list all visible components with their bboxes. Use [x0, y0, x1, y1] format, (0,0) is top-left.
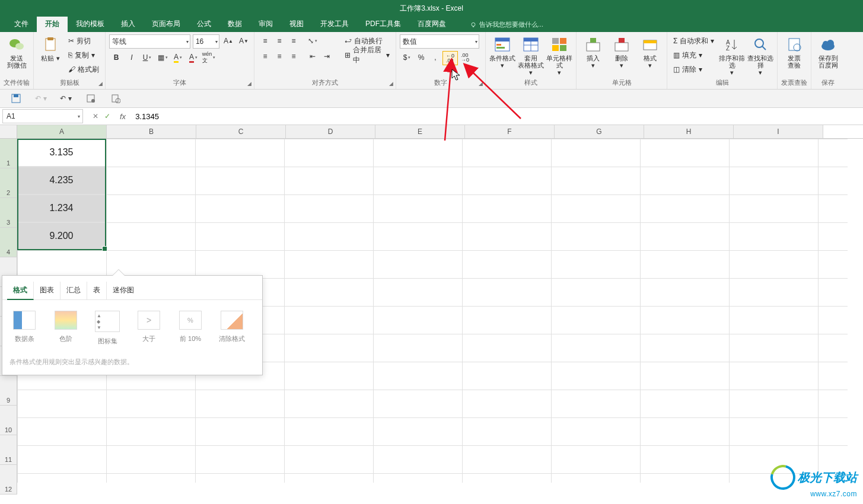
comma-button[interactable]: , — [428, 51, 442, 64]
col-header-E[interactable]: E — [375, 125, 465, 138]
cell-A3[interactable]: 1.234 — [17, 194, 106, 222]
font-family-combo[interactable]: 等线▾ — [109, 34, 190, 49]
tab-insert[interactable]: 插入 — [113, 16, 144, 32]
increase-decimal-button[interactable]: ←0.00 — [442, 51, 458, 65]
tab-view[interactable]: 视图 — [281, 16, 312, 32]
tab-baidu[interactable]: 百度网盘 — [409, 16, 454, 32]
col-header-F[interactable]: F — [465, 125, 555, 138]
cut-button[interactable]: ✂剪切 — [66, 34, 101, 47]
print-preview-button[interactable] — [108, 92, 123, 105]
format-cells-button[interactable]: 格式▾ — [637, 34, 663, 78]
qa-top10[interactable]: %前 10% — [174, 311, 206, 346]
select-all-corner[interactable] — [0, 125, 17, 138]
col-header-G[interactable]: G — [555, 125, 644, 138]
cancel-formula-button[interactable]: ✕ — [93, 112, 98, 120]
qa-clear[interactable]: 清除格式 — [216, 311, 248, 346]
tab-data[interactable]: 数据 — [219, 16, 250, 32]
name-box[interactable]: A1▾ — [2, 109, 83, 123]
font-size-combo[interactable]: 16▾ — [193, 34, 219, 49]
merge-center-button[interactable]: ⊞合并后居中 ▾ — [342, 49, 392, 62]
row-header-9[interactable]: 9 — [0, 376, 17, 406]
row-header-2[interactable]: 2 — [0, 168, 17, 198]
col-header-H[interactable]: H — [644, 125, 734, 138]
cell-A2[interactable]: 4.235 — [17, 167, 106, 194]
tab-home[interactable]: 开始 — [37, 16, 68, 32]
qa-greater-than[interactable]: >大于 — [133, 311, 165, 346]
paste-button[interactable]: 粘贴 ▾ — [37, 34, 63, 78]
back-button[interactable]: ↶ ▾ — [33, 92, 49, 105]
col-header-A[interactable]: A — [17, 125, 107, 138]
italic-button[interactable]: I — [125, 51, 139, 64]
col-header-D[interactable]: D — [286, 125, 375, 138]
save-baidu-button[interactable]: 保存到 百度网 — [815, 34, 841, 78]
row-header-4[interactable]: 4 — [0, 228, 17, 257]
tab-dev[interactable]: 开发工具 — [312, 16, 357, 32]
fx-icon[interactable]: fx — [120, 112, 126, 121]
align-middle-button[interactable]: ≡ — [272, 34, 286, 47]
align-bottom-button[interactable]: ≡ — [286, 34, 301, 47]
align-launcher[interactable]: ◢ — [387, 81, 394, 88]
number-format-combo[interactable]: 数值▾ — [400, 34, 479, 49]
formula-input[interactable] — [132, 110, 863, 123]
clipboard-launcher[interactable]: ◢ — [97, 81, 104, 88]
tab-templates[interactable]: 我的模板 — [68, 16, 113, 32]
row-header-3[interactable]: 3 — [0, 198, 17, 228]
format-painter-button[interactable]: 🖌格式刷 — [66, 63, 101, 76]
conditional-format-button[interactable]: 条件格式▾ — [489, 34, 515, 78]
qa-tab-table[interactable]: 表 — [87, 282, 107, 299]
qa-databar[interactable]: 数据条 — [8, 311, 40, 346]
increase-font-button[interactable]: A▲ — [222, 34, 235, 47]
col-header-C[interactable]: C — [196, 125, 286, 138]
orientation-button[interactable]: ⤡ — [305, 34, 320, 47]
row-header-1[interactable]: 1 — [0, 139, 17, 168]
col-header-I[interactable]: I — [734, 125, 823, 138]
find-select-button[interactable]: 查找和选择▾ — [747, 34, 773, 78]
indent-increase-button[interactable]: ⇥ — [320, 50, 334, 63]
row-header-10[interactable]: 10 — [0, 406, 17, 435]
qa-colorscale[interactable]: 色阶 — [50, 311, 82, 346]
percent-button[interactable]: % — [414, 51, 428, 64]
tab-pdf[interactable]: PDF工具集 — [357, 16, 409, 32]
clear-button[interactable]: ◫清除 ▾ — [671, 63, 716, 76]
table-format-button[interactable]: 套用 表格格式 ▾ — [518, 34, 544, 78]
invoice-check-button[interactable]: 发票 查验 — [781, 34, 807, 78]
row-header-12[interactable]: 12 — [0, 465, 17, 495]
font-launcher[interactable]: ◢ — [246, 81, 253, 88]
currency-button[interactable]: $ — [400, 51, 414, 64]
tab-layout[interactable]: 页面布局 — [144, 16, 189, 32]
cell-styles-button[interactable]: 单元格样式▾ — [546, 34, 572, 78]
border-button[interactable]: ▦ — [155, 51, 170, 64]
qa-tab-format[interactable]: 格式 — [7, 282, 34, 300]
phonetic-button[interactable]: wén文 — [202, 51, 216, 64]
underline-button[interactable]: U — [140, 51, 154, 64]
cell-area[interactable]: /* cells drawn below via absolutely-posi… — [17, 139, 848, 483]
delete-cells-button[interactable]: 删除▾ — [609, 34, 635, 78]
copy-button[interactable]: ⎘复制 ▾ — [66, 49, 101, 62]
align-center-button[interactable]: ≡ — [272, 50, 286, 63]
worksheet[interactable]: A B C D E F G H I 1 2 3 4 9 10 11 12 /* … — [0, 125, 863, 504]
bold-button[interactable]: B — [109, 51, 123, 64]
decrease-font-button[interactable]: A▼ — [237, 34, 250, 47]
qa-tab-chart[interactable]: 图表 — [34, 282, 60, 299]
tab-review[interactable]: 审阅 — [250, 16, 281, 32]
decrease-decimal-button[interactable]: .00→0 — [458, 51, 472, 64]
row-header-11[interactable]: 11 — [0, 435, 17, 465]
qa-tab-totals[interactable]: 汇总 — [60, 282, 87, 299]
undo-button[interactable]: ↶ ▾ — [58, 92, 74, 105]
align-right-button[interactable]: ≡ — [286, 50, 301, 63]
fill-color-button[interactable]: A — [171, 51, 185, 64]
sort-filter-button[interactable]: AZ排序和筛选▾ — [719, 34, 745, 78]
font-color-button[interactable]: A — [186, 51, 200, 64]
col-header-B[interactable]: B — [107, 125, 196, 138]
tab-formula[interactable]: 公式 — [189, 16, 219, 32]
touch-mode-button[interactable] — [83, 92, 98, 105]
insert-cells-button[interactable]: 插入▾ — [580, 34, 606, 78]
qa-tab-spark[interactable]: 迷你图 — [107, 282, 140, 299]
enter-formula-button[interactable]: ✓ — [104, 112, 110, 120]
cell-A4[interactable]: 9.200 — [17, 222, 106, 250]
cell-A1[interactable]: 3.135 — [17, 139, 106, 167]
tab-file[interactable]: 文件 — [6, 16, 37, 32]
autosum-button[interactable]: Σ自动求和 ▾ — [671, 34, 716, 47]
number-launcher[interactable]: ◢ — [477, 81, 484, 88]
tell-me-search[interactable]: 告诉我您想要做什么... — [466, 17, 547, 32]
